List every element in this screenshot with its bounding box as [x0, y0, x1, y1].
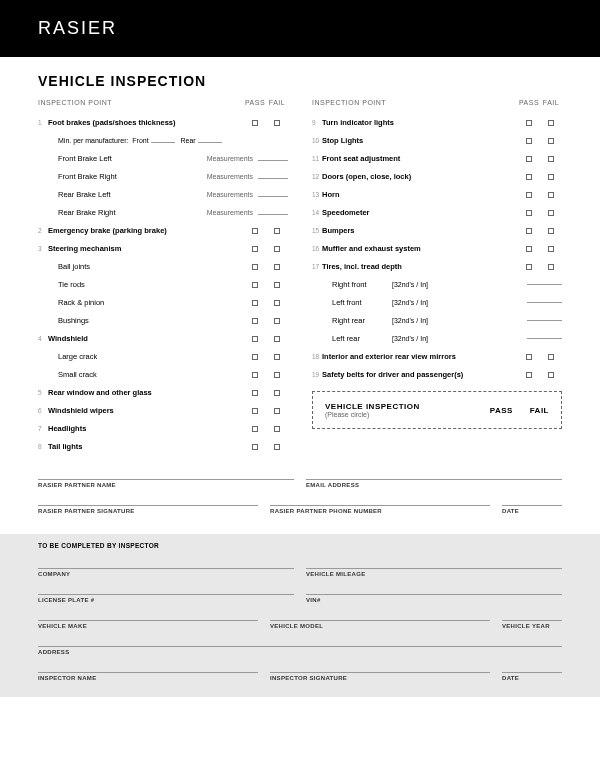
fail-checkbox[interactable] — [266, 300, 288, 306]
row-label: Headlights — [48, 424, 244, 433]
form-input-line[interactable] — [270, 659, 490, 673]
row-number: 15 — [312, 227, 322, 234]
fail-checkbox[interactable] — [266, 426, 288, 432]
fail-checkbox[interactable] — [540, 228, 562, 234]
fail-checkbox[interactable] — [540, 264, 562, 270]
fail-checkbox[interactable] — [266, 264, 288, 270]
fail-checkbox[interactable] — [540, 120, 562, 126]
form-field: RASIER PARTNER SIGNATURE — [38, 492, 258, 514]
pass-checkbox[interactable] — [518, 138, 540, 144]
pass-checkbox[interactable] — [518, 264, 540, 270]
form-input-line[interactable] — [38, 466, 294, 480]
form-input-line[interactable] — [38, 659, 258, 673]
row-number: 17 — [312, 263, 322, 270]
form-row: COMPANYVEHICLE MILEAGE — [38, 555, 562, 577]
row-label: Interior and exterior rear view mirrors — [322, 352, 518, 361]
pass-checkbox[interactable] — [244, 354, 266, 360]
pass-checkbox[interactable] — [244, 264, 266, 270]
pass-checkbox[interactable] — [244, 318, 266, 324]
tire-input[interactable] — [527, 284, 562, 285]
fail-checkbox[interactable] — [266, 246, 288, 252]
row-label: Rear Brake Left — [48, 190, 207, 199]
form-input-line[interactable] — [502, 607, 562, 621]
row-label: Front Brake Right — [48, 172, 207, 181]
fail-checkbox[interactable] — [540, 210, 562, 216]
row-number: 9 — [312, 119, 322, 126]
pass-checkbox[interactable] — [518, 354, 540, 360]
fail-checkbox[interactable] — [540, 174, 562, 180]
fail-checkbox[interactable] — [266, 390, 288, 396]
tire-input[interactable] — [527, 320, 562, 321]
pass-checkbox[interactable] — [518, 192, 540, 198]
tire-input[interactable] — [527, 338, 562, 339]
pass-checkbox[interactable] — [518, 174, 540, 180]
row-number: 8 — [38, 443, 48, 450]
fail-checkbox[interactable] — [266, 282, 288, 288]
row-number: 12 — [312, 173, 322, 180]
form-input-line[interactable] — [502, 659, 562, 673]
fail-checkbox[interactable] — [540, 246, 562, 252]
pass-checkbox[interactable] — [244, 408, 266, 414]
fail-checkbox[interactable] — [266, 372, 288, 378]
form-input-line[interactable] — [306, 555, 562, 569]
form-row: RASIER PARTNER NAMEEMAIL ADDRESS — [38, 466, 562, 488]
pass-checkbox[interactable] — [518, 372, 540, 378]
form-field: INSPECTOR NAME — [38, 659, 258, 681]
fail-checkbox[interactable] — [266, 318, 288, 324]
result-fail[interactable]: FAIL — [530, 406, 549, 415]
pass-checkbox[interactable] — [518, 228, 540, 234]
fail-checkbox[interactable] — [266, 408, 288, 414]
fail-checkbox[interactable] — [540, 138, 562, 144]
pass-checkbox[interactable] — [244, 282, 266, 288]
form-input-line[interactable] — [270, 492, 490, 506]
pass-checkbox[interactable] — [244, 372, 266, 378]
form-input-line[interactable] — [306, 581, 562, 595]
pass-checkbox[interactable] — [518, 120, 540, 126]
row-number: 19 — [312, 371, 322, 378]
form-label: VEHICLE MODEL — [270, 623, 490, 629]
form-input-line[interactable] — [38, 492, 258, 506]
pass-checkbox[interactable] — [518, 210, 540, 216]
form-input-line[interactable] — [38, 607, 258, 621]
form-input-line[interactable] — [38, 633, 562, 647]
pass-checkbox[interactable] — [244, 228, 266, 234]
pass-checkbox[interactable] — [244, 120, 266, 126]
form-row: LICENSE PLATE #VIN# — [38, 581, 562, 603]
pass-checkbox[interactable] — [244, 390, 266, 396]
pass-checkbox[interactable] — [518, 156, 540, 162]
inspection-row: Right rear[32nd's / In] — [312, 312, 562, 329]
inspection-row: Rack & pinion — [38, 294, 288, 311]
fail-checkbox[interactable] — [540, 354, 562, 360]
pass-checkbox[interactable] — [244, 336, 266, 342]
fail-checkbox[interactable] — [540, 156, 562, 162]
fail-checkbox[interactable] — [266, 228, 288, 234]
form-field: DATE — [502, 492, 562, 514]
fail-checkbox[interactable] — [266, 120, 288, 126]
inspection-row: 3Steering mechanism — [38, 240, 288, 257]
fail-checkbox[interactable] — [266, 336, 288, 342]
form-input-line[interactable] — [38, 581, 294, 595]
result-sub: (Please circle) — [325, 411, 420, 418]
result-pass[interactable]: PASS — [490, 406, 513, 415]
row-label: Tires, incl. tread depth — [322, 262, 518, 271]
fail-checkbox[interactable] — [266, 444, 288, 450]
pass-checkbox[interactable] — [518, 246, 540, 252]
inspection-row: 12Doors (open, close, lock) — [312, 168, 562, 185]
form-input-line[interactable] — [38, 555, 294, 569]
form-input-line[interactable] — [270, 607, 490, 621]
tire-input[interactable] — [527, 302, 562, 303]
fail-checkbox[interactable] — [266, 354, 288, 360]
fail-checkbox[interactable] — [540, 192, 562, 198]
pass-checkbox[interactable] — [244, 444, 266, 450]
pass-checkbox[interactable] — [244, 246, 266, 252]
form-field: VEHICLE MILEAGE — [306, 555, 562, 577]
fail-checkbox[interactable] — [540, 372, 562, 378]
form-label: RASIER PARTNER PHONE NUMBER — [270, 508, 490, 514]
pass-checkbox[interactable] — [244, 426, 266, 432]
form-input-line[interactable] — [306, 466, 562, 480]
form-input-line[interactable] — [502, 492, 562, 506]
pass-checkbox[interactable] — [244, 300, 266, 306]
inspection-row: 16Muffler and exhaust system — [312, 240, 562, 257]
inspection-row: 7Headlights — [38, 420, 288, 437]
row-label: Ball joints — [48, 262, 244, 271]
